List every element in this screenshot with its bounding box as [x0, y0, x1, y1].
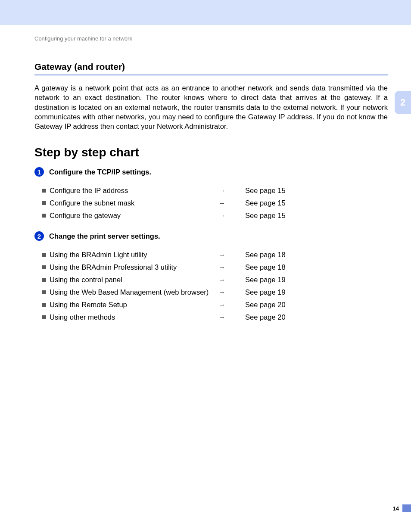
bullet-square-icon [42, 189, 46, 193]
item-label: Using other methods [50, 313, 218, 321]
chapter-side-tab: 2 [395, 91, 411, 114]
item-label: Using the Web Based Management (web brow… [50, 288, 218, 296]
bullet-square-icon [42, 201, 46, 205]
item-label: Configure the IP address [50, 187, 218, 195]
list-item: Using the BRAdmin Professional 3 utility… [42, 261, 388, 274]
page-reference: See page 19 [236, 276, 296, 284]
list-item: Configure the gateway → See page 15 [42, 209, 388, 222]
bullet-square-icon [42, 303, 46, 307]
item-label: Using the BRAdmin Professional 3 utility [50, 263, 218, 271]
page-reference: See page 15 [236, 212, 296, 220]
page-reference: See page 18 [236, 263, 296, 271]
bullet-square-icon [42, 253, 46, 257]
item-label: Configure the gateway [50, 212, 218, 220]
bullet-square-icon [42, 214, 46, 218]
list-item: Using the BRAdmin Light utility → See pa… [42, 249, 388, 261]
page-reference: See page 15 [236, 187, 296, 195]
page-reference: See page 20 [236, 301, 296, 309]
arrow-right-icon: → [218, 314, 236, 321]
arrow-right-icon: → [218, 276, 236, 284]
page-reference: See page 19 [236, 288, 296, 296]
arrow-right-icon: → [218, 187, 236, 195]
page-number-accent [402, 504, 411, 512]
item-label: Using the BRAdmin Light utility [50, 251, 218, 259]
section-subheading: Gateway (and router) [34, 62, 388, 75]
page-reference: See page 20 [236, 313, 296, 321]
step-number-badge: 1 [34, 167, 44, 177]
step-1-items: Configure the IP address → See page 15 C… [42, 184, 388, 222]
arrow-right-icon: → [218, 212, 236, 220]
list-item: Configure the IP address → See page 15 [42, 184, 388, 197]
page-reference: See page 18 [236, 251, 296, 259]
arrow-right-icon: → [218, 251, 236, 259]
bullet-square-icon [42, 278, 46, 282]
item-label: Configure the subnet mask [50, 199, 218, 207]
bullet-square-icon [42, 315, 46, 319]
arrow-right-icon: → [218, 264, 236, 271]
list-item: Using the Remote Setup → See page 20 [42, 299, 388, 311]
top-header-bar [0, 0, 411, 25]
bullet-square-icon [42, 290, 46, 294]
step-header-2: 2 Change the print server settings. [34, 231, 388, 241]
section-body: A gateway is a network point that acts a… [34, 83, 388, 131]
breadcrumb: Configuring your machine for a network [34, 35, 388, 42]
list-item: Using other methods → See page 20 [42, 311, 388, 324]
step-title: Change the print server settings. [49, 232, 160, 240]
item-label: Using the Remote Setup [50, 301, 218, 309]
page-number: 14 [393, 505, 399, 512]
arrow-right-icon: → [218, 199, 236, 207]
arrow-right-icon: → [218, 301, 236, 309]
list-item: Configure the subnet mask → See page 15 [42, 197, 388, 209]
step-number-badge: 2 [34, 231, 44, 241]
list-item: Using the Web Based Management (web brow… [42, 286, 388, 299]
step-title: Configure the TCP/IP settings. [49, 168, 151, 176]
item-label: Using the control panel [50, 276, 218, 284]
page-reference: See page 15 [236, 199, 296, 207]
list-item: Using the control panel → See page 19 [42, 274, 388, 286]
step-header-1: 1 Configure the TCP/IP settings. [34, 167, 388, 177]
chart-heading: Step by step chart [34, 146, 388, 159]
arrow-right-icon: → [218, 289, 236, 296]
bullet-square-icon [42, 265, 46, 269]
page-content: Configuring your machine for a network G… [34, 35, 388, 333]
step-2-items: Using the BRAdmin Light utility → See pa… [42, 249, 388, 324]
